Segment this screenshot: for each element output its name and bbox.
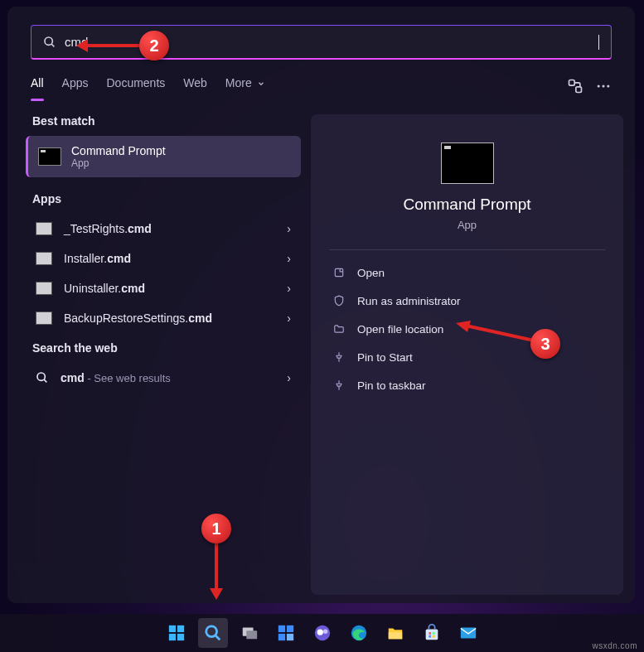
pin-icon — [332, 379, 346, 392]
svg-point-6 — [607, 85, 609, 88]
results-column: Best match Command Prompt App Apps _Test… — [19, 114, 303, 595]
svg-rect-29 — [432, 632, 434, 635]
action-pin-taskbar[interactable]: Pin to taskbar — [317, 371, 617, 399]
svg-point-23 — [317, 629, 322, 635]
start-button[interactable] — [162, 618, 191, 648]
chevron-down-icon — [257, 80, 265, 88]
svg-marker-34 — [456, 321, 471, 332]
svg-point-0 — [45, 37, 52, 45]
search-icon — [43, 36, 56, 49]
svg-rect-11 — [177, 625, 183, 632]
open-icon — [332, 266, 346, 279]
svg-rect-32 — [460, 628, 475, 639]
svg-line-33 — [466, 326, 534, 340]
teams-button[interactable] — [307, 618, 337, 648]
task-view-button[interactable] — [235, 618, 264, 648]
callout-3: 3 — [530, 329, 560, 359]
filter-tabs: All Apps Documents Web More — [31, 76, 612, 96]
svg-rect-26 — [388, 632, 402, 639]
app-result-item[interactable]: Installer.cmd › — [26, 244, 301, 273]
web-result-item[interactable]: cmd - See web results › — [26, 363, 301, 393]
connector-icon[interactable] — [567, 78, 583, 94]
svg-rect-21 — [286, 634, 293, 640]
callout-2: 2 — [139, 31, 169, 60]
svg-point-5 — [603, 85, 605, 88]
svg-rect-19 — [286, 625, 293, 632]
more-icon[interactable] — [595, 78, 612, 94]
svg-point-4 — [598, 85, 600, 88]
tab-documents[interactable]: Documents — [106, 76, 165, 96]
svg-point-24 — [322, 629, 327, 634]
preview-subtitle: App — [311, 219, 623, 231]
app-result-item[interactable]: Uninstaller.cmd › — [26, 273, 301, 303]
cmd-file-icon — [36, 312, 52, 325]
folder-icon — [332, 322, 346, 336]
svg-line-15 — [215, 635, 220, 640]
cmd-file-icon — [36, 222, 52, 235]
svg-rect-30 — [429, 635, 431, 638]
best-match-subtitle: App — [71, 157, 166, 169]
svg-point-14 — [206, 626, 216, 637]
section-apps: Apps — [32, 192, 301, 205]
svg-point-7 — [37, 373, 45, 380]
text-caret — [598, 35, 599, 50]
svg-rect-10 — [168, 625, 175, 632]
action-run-as-admin[interactable]: Run as administrator — [317, 287, 617, 315]
svg-rect-27 — [425, 629, 438, 640]
shield-icon — [332, 294, 346, 307]
pin-icon — [332, 350, 346, 364]
watermark: wsxdn.com — [592, 641, 637, 650]
arrow-3 — [454, 319, 537, 350]
svg-rect-12 — [168, 634, 175, 640]
tab-more[interactable]: More — [225, 76, 265, 96]
cmd-file-icon — [36, 252, 52, 265]
mail-button[interactable] — [453, 618, 483, 648]
cmd-icon — [38, 147, 61, 166]
taskbar-search-button[interactable] — [198, 618, 228, 648]
svg-rect-9 — [335, 268, 342, 276]
svg-rect-28 — [429, 632, 431, 635]
tab-all[interactable]: All — [31, 76, 44, 96]
section-best-match: Best match — [32, 114, 301, 128]
tab-web[interactable]: Web — [183, 76, 207, 96]
chevron-right-icon: › — [287, 371, 291, 384]
svg-line-8 — [44, 379, 46, 382]
cmd-file-icon — [36, 282, 52, 295]
svg-rect-3 — [576, 87, 582, 93]
preview-column: Command Prompt App Open Run as administr… — [311, 114, 623, 595]
arrow-2 — [86, 44, 139, 47]
preview-title: Command Prompt — [311, 196, 623, 214]
action-open[interactable]: Open — [317, 258, 617, 287]
cmd-preview-icon — [441, 142, 494, 184]
svg-line-1 — [51, 44, 54, 46]
arrow-head-2 — [76, 39, 88, 52]
best-match-title: Command Prompt — [71, 144, 166, 157]
chevron-right-icon: › — [287, 282, 291, 295]
search-icon — [36, 371, 49, 384]
edge-button[interactable] — [344, 618, 374, 648]
svg-rect-13 — [177, 634, 183, 640]
svg-rect-31 — [432, 635, 434, 638]
taskbar — [0, 614, 644, 652]
app-result-item[interactable]: _TestRights.cmd › — [26, 214, 301, 244]
svg-rect-20 — [278, 634, 284, 640]
arrow-1 — [215, 543, 218, 590]
callout-1: 1 — [201, 514, 231, 543]
svg-rect-17 — [246, 630, 257, 639]
tab-apps[interactable]: Apps — [62, 76, 89, 96]
search-box[interactable] — [31, 25, 612, 60]
chevron-right-icon: › — [287, 312, 291, 325]
store-button[interactable] — [417, 618, 447, 648]
widgets-button[interactable] — [271, 618, 301, 648]
svg-rect-2 — [569, 80, 575, 86]
explorer-button[interactable] — [380, 618, 410, 648]
section-search-web: Search the web — [32, 341, 301, 355]
chevron-right-icon: › — [287, 252, 291, 265]
chevron-right-icon: › — [287, 222, 291, 235]
search-panel: All Apps Documents Web More Best match C… — [7, 7, 635, 603]
arrow-head-1 — [210, 588, 223, 600]
app-result-item[interactable]: BackupRestoreSettings.cmd › — [26, 303, 301, 333]
divider — [329, 249, 605, 250]
best-match-item[interactable]: Command Prompt App — [26, 136, 301, 177]
svg-rect-18 — [278, 625, 284, 632]
